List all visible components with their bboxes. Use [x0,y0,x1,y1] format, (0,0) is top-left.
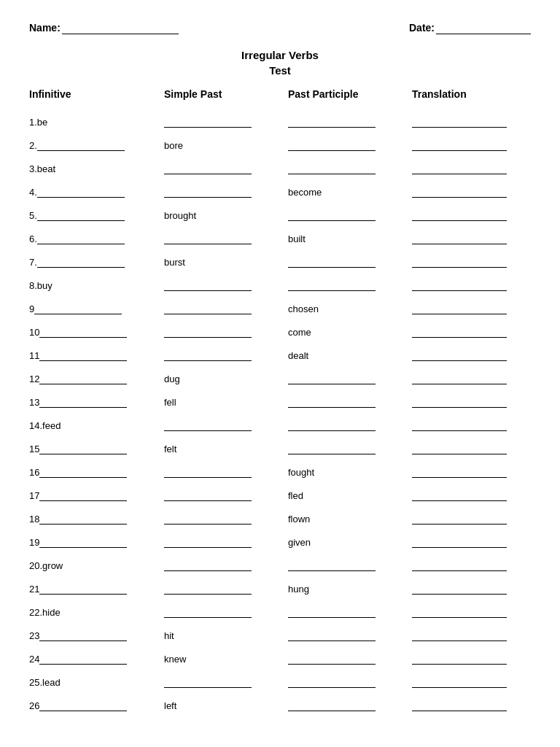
table-row: 25.lead [29,669,531,689]
sp-blank[interactable] [164,606,252,618]
inf-blank[interactable] [39,443,127,454]
pp-blank[interactable] [288,116,376,128]
sp-blank[interactable] [164,466,252,478]
pp-blank[interactable] [288,630,376,641]
inf-blank[interactable] [39,489,127,501]
inf-blank[interactable] [37,139,125,151]
inf-blank[interactable] [39,349,127,361]
tr-blank[interactable] [412,606,507,618]
tr-blank[interactable] [412,583,507,595]
tr-blank[interactable] [412,653,507,665]
sp-blank[interactable] [164,419,252,431]
tr-blank[interactable] [412,419,507,431]
tr-blank[interactable] [412,116,507,128]
pp-blank[interactable] [288,139,376,151]
pp-blank[interactable] [288,700,376,711]
cell-simple-past [164,560,288,573]
sp-blank[interactable] [164,233,252,244]
sp-blank[interactable] [164,560,252,571]
sp-text: dug [164,374,180,384]
inf-blank[interactable] [37,256,125,268]
tr-blank[interactable] [412,396,507,408]
sp-blank[interactable] [164,186,252,198]
pp-text: come [288,327,311,338]
tr-blank[interactable] [412,466,507,478]
inf-text: beat [37,163,55,174]
tr-blank[interactable] [412,630,507,641]
tr-blank[interactable] [412,443,507,454]
tr-blank[interactable] [412,513,507,525]
inf-blank[interactable] [39,326,127,338]
sp-blank[interactable] [164,116,252,128]
inf-blank[interactable] [39,396,127,408]
tr-blank[interactable] [412,186,507,198]
col-header-translation: Translation [412,88,531,100]
sp-blank[interactable] [164,676,252,688]
inf-blank[interactable] [39,513,127,525]
date-field[interactable] [436,22,531,34]
inf-blank[interactable] [39,466,127,478]
tr-blank[interactable] [412,139,507,151]
inf-blank[interactable] [39,583,127,595]
tr-blank[interactable] [412,326,507,338]
tr-blank[interactable] [412,209,507,221]
table-row: 17 fled [29,482,531,503]
inf-blank[interactable] [37,233,125,244]
pp-blank[interactable] [288,653,376,665]
sp-blank[interactable] [164,349,252,361]
cell-infinitive: 6. [29,233,164,246]
cell-simple-past: felt [164,444,288,456]
sp-blank[interactable] [164,536,252,548]
inf-blank[interactable] [39,536,127,548]
sp-blank[interactable] [164,489,252,501]
sp-blank[interactable] [164,303,252,314]
sp-blank[interactable] [164,583,252,595]
name-field[interactable] [62,22,179,34]
sp-blank[interactable] [164,163,252,174]
tr-blank[interactable] [412,676,507,688]
inf-blank[interactable] [34,303,122,314]
tr-blank[interactable] [412,700,507,711]
name-section: Name: [29,22,179,34]
sp-text: brought [164,210,196,221]
tr-blank[interactable] [412,349,507,361]
tr-blank[interactable] [412,560,507,571]
row-number: 22. [29,607,42,618]
inf-blank[interactable] [39,373,127,384]
inf-blank[interactable] [39,700,127,711]
pp-blank[interactable] [288,676,376,688]
cell-past-participle: become [288,187,412,199]
pp-blank[interactable] [288,279,376,291]
pp-blank[interactable] [288,560,376,571]
row-number: 26 [29,700,39,711]
tr-blank[interactable] [412,256,507,268]
cell-simple-past [164,466,288,479]
pp-blank[interactable] [288,443,376,454]
tr-blank[interactable] [412,279,507,291]
sp-blank[interactable] [164,513,252,525]
inf-blank[interactable] [39,630,127,641]
pp-blank[interactable] [288,419,376,431]
cell-past-participle [288,560,412,573]
tr-blank[interactable] [412,373,507,384]
pp-blank[interactable] [288,209,376,221]
sp-blank[interactable] [164,279,252,291]
tr-blank[interactable] [412,489,507,501]
pp-blank[interactable] [288,256,376,268]
date-section: Date: [409,22,531,34]
tr-blank[interactable] [412,163,507,174]
pp-blank[interactable] [288,396,376,408]
cell-infinitive: 8.buy [29,280,164,293]
pp-blank[interactable] [288,163,376,174]
inf-blank[interactable] [39,653,127,665]
sp-blank[interactable] [164,326,252,338]
pp-blank[interactable] [288,606,376,618]
tr-blank[interactable] [412,536,507,548]
table-row: 12 dug [29,365,531,386]
tr-blank[interactable] [412,303,507,314]
inf-blank[interactable] [37,186,125,198]
inf-blank[interactable] [37,209,125,221]
cell-translation [412,279,531,293]
pp-blank[interactable] [288,373,376,384]
tr-blank[interactable] [412,233,507,244]
